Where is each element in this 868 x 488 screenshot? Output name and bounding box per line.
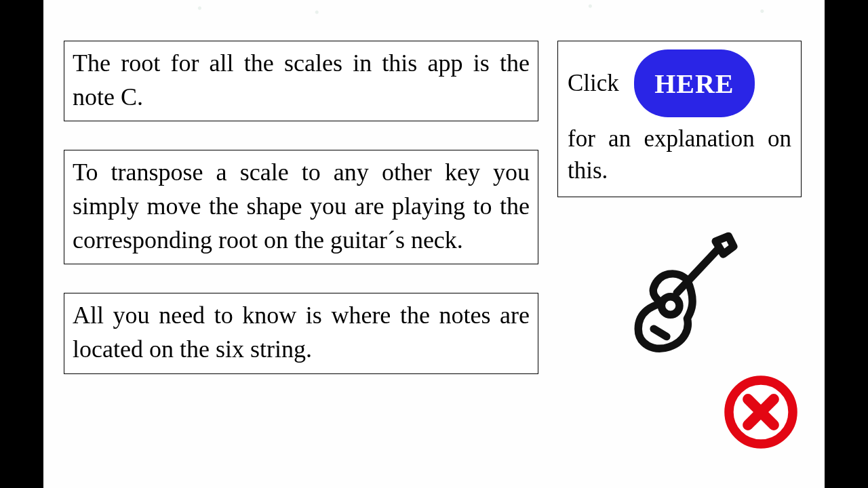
guitar-icon <box>615 228 744 360</box>
info-text: The root for all the scales in this app … <box>73 49 530 110</box>
close-button[interactable] <box>723 374 799 450</box>
callout-rest: for an explanation on this. <box>568 123 791 187</box>
content-page: The root for all the scales in this app … <box>43 0 825 488</box>
info-box-transpose: To transpose a scale to any other key yo… <box>64 150 538 264</box>
info-text: All you need to know is where the notes … <box>73 302 530 363</box>
info-box-root-note: The root for all the scales in this app … <box>64 41 538 121</box>
here-button-label: HERE <box>654 68 734 100</box>
svg-line-0 <box>677 249 718 293</box>
info-text: To transpose a scale to any other key yo… <box>73 159 530 253</box>
click-label: Click <box>568 67 619 99</box>
callout-line-1: Click HERE <box>568 49 791 117</box>
info-box-notes-location: All you need to know is where the notes … <box>64 293 538 373</box>
svg-point-1 <box>661 296 679 314</box>
close-icon <box>723 374 799 450</box>
here-button[interactable]: HERE <box>634 49 755 117</box>
left-column: The root for all the scales in this app … <box>64 41 538 468</box>
svg-line-2 <box>654 329 667 336</box>
explanation-callout: Click HERE for an explanation on this. <box>557 41 802 197</box>
